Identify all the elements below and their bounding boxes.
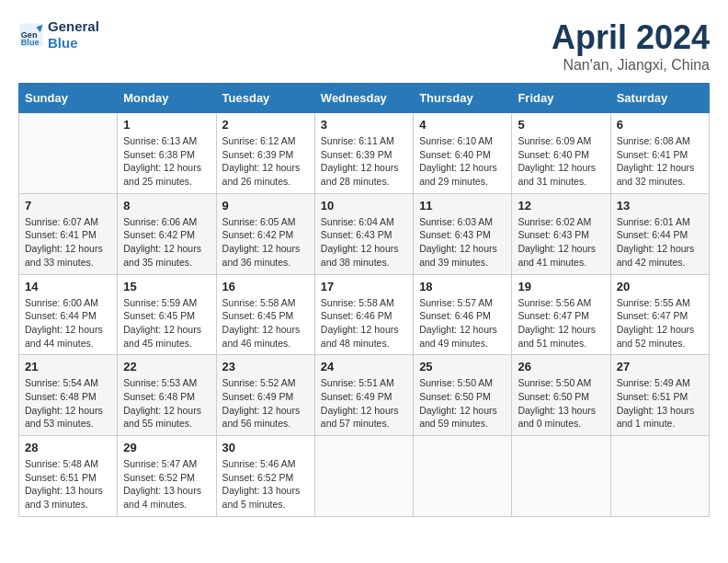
calendar-cell: 5Sunrise: 6:09 AM Sunset: 6:40 PM Daylig… <box>512 113 610 194</box>
day-number: 21 <box>25 360 111 373</box>
calendar-cell: 25Sunrise: 5:50 AM Sunset: 6:50 PM Dayli… <box>414 355 512 436</box>
day-number: 11 <box>419 199 506 213</box>
page-header: Gen Blue General Blue April 2024 Nan'an,… <box>18 18 710 74</box>
day-info: Sunrise: 5:57 AM Sunset: 6:46 PM Dayligh… <box>419 296 506 350</box>
calendar-cell <box>19 113 118 194</box>
day-number: 20 <box>617 280 703 293</box>
day-number: 28 <box>25 441 111 454</box>
calendar-cell: 30Sunrise: 5:46 AM Sunset: 6:52 PM Dayli… <box>216 436 314 517</box>
day-number: 6 <box>617 118 703 132</box>
day-number: 2 <box>222 118 309 132</box>
day-info: Sunrise: 6:10 AM Sunset: 6:40 PM Dayligh… <box>419 134 506 189</box>
calendar-cell: 3Sunrise: 6:11 AM Sunset: 6:39 PM Daylig… <box>314 113 413 194</box>
day-info: Sunrise: 6:04 AM Sunset: 6:43 PM Dayligh… <box>321 215 407 270</box>
day-info: Sunrise: 6:12 AM Sunset: 6:39 PM Dayligh… <box>222 134 309 189</box>
weekday-header-monday: Monday <box>118 84 216 113</box>
calendar-cell: 10Sunrise: 6:04 AM Sunset: 6:43 PM Dayli… <box>314 193 413 274</box>
calendar-cell: 16Sunrise: 5:58 AM Sunset: 6:45 PM Dayli… <box>216 274 314 355</box>
calendar-cell: 18Sunrise: 5:57 AM Sunset: 6:46 PM Dayli… <box>414 274 512 355</box>
day-info: Sunrise: 5:56 AM Sunset: 6:47 PM Dayligh… <box>518 296 604 350</box>
page-subtitle: Nan'an, Jiangxi, China <box>552 57 710 74</box>
day-info: Sunrise: 5:59 AM Sunset: 6:45 PM Dayligh… <box>123 296 210 350</box>
day-info: Sunrise: 5:50 AM Sunset: 6:50 PM Dayligh… <box>419 376 506 431</box>
day-info: Sunrise: 6:00 AM Sunset: 6:44 PM Dayligh… <box>25 296 111 350</box>
day-number: 23 <box>222 360 309 373</box>
page-title: April 2024 <box>552 18 710 57</box>
weekday-header-wednesday: Wednesday <box>314 84 413 113</box>
calendar-cell: 8Sunrise: 6:06 AM Sunset: 6:42 PM Daylig… <box>118 193 216 274</box>
calendar-week-row: 14Sunrise: 6:00 AM Sunset: 6:44 PM Dayli… <box>19 274 710 355</box>
day-info: Sunrise: 5:53 AM Sunset: 6:48 PM Dayligh… <box>123 376 210 431</box>
day-number: 5 <box>518 118 604 132</box>
logo-text: General Blue <box>48 18 99 52</box>
day-info: Sunrise: 5:48 AM Sunset: 6:51 PM Dayligh… <box>25 457 111 511</box>
day-number: 18 <box>419 280 506 293</box>
day-number: 9 <box>222 199 309 213</box>
calendar-week-row: 28Sunrise: 5:48 AM Sunset: 6:51 PM Dayli… <box>19 436 710 517</box>
weekday-header-row: SundayMondayTuesdayWednesdayThursdayFrid… <box>19 84 710 113</box>
calendar-cell: 13Sunrise: 6:01 AM Sunset: 6:44 PM Dayli… <box>610 193 709 274</box>
calendar-cell: 26Sunrise: 5:50 AM Sunset: 6:50 PM Dayli… <box>512 355 610 436</box>
day-number: 25 <box>419 360 506 373</box>
logo-icon: Gen Blue <box>18 22 44 48</box>
calendar-cell <box>512 436 610 517</box>
calendar-cell: 17Sunrise: 5:58 AM Sunset: 6:46 PM Dayli… <box>314 274 413 355</box>
calendar-cell: 12Sunrise: 6:02 AM Sunset: 6:43 PM Dayli… <box>512 193 610 274</box>
calendar-cell: 1Sunrise: 6:13 AM Sunset: 6:38 PM Daylig… <box>118 113 216 194</box>
day-number: 14 <box>25 280 111 293</box>
day-number: 4 <box>419 118 506 132</box>
calendar-cell <box>314 436 413 517</box>
day-number: 1 <box>123 118 210 132</box>
day-info: Sunrise: 5:52 AM Sunset: 6:49 PM Dayligh… <box>222 376 309 431</box>
day-number: 12 <box>518 199 604 213</box>
day-info: Sunrise: 6:05 AM Sunset: 6:42 PM Dayligh… <box>222 215 309 270</box>
day-number: 27 <box>617 360 703 373</box>
calendar-cell: 19Sunrise: 5:56 AM Sunset: 6:47 PM Dayli… <box>512 274 610 355</box>
weekday-header-thursday: Thursday <box>414 84 512 113</box>
calendar-week-row: 1Sunrise: 6:13 AM Sunset: 6:38 PM Daylig… <box>19 113 710 194</box>
day-info: Sunrise: 6:13 AM Sunset: 6:38 PM Dayligh… <box>123 134 210 189</box>
calendar-week-row: 21Sunrise: 5:54 AM Sunset: 6:48 PM Dayli… <box>19 355 710 436</box>
calendar-cell <box>610 436 709 517</box>
weekday-header-friday: Friday <box>512 84 610 113</box>
weekday-header-tuesday: Tuesday <box>216 84 314 113</box>
day-number: 7 <box>25 199 111 213</box>
calendar-cell: 21Sunrise: 5:54 AM Sunset: 6:48 PM Dayli… <box>19 355 118 436</box>
svg-text:Blue: Blue <box>21 38 40 47</box>
calendar-cell: 7Sunrise: 6:07 AM Sunset: 6:41 PM Daylig… <box>19 193 118 274</box>
weekday-header-sunday: Sunday <box>19 84 118 113</box>
day-number: 10 <box>321 199 407 213</box>
calendar-cell: 24Sunrise: 5:51 AM Sunset: 6:49 PM Dayli… <box>314 355 413 436</box>
day-info: Sunrise: 5:54 AM Sunset: 6:48 PM Dayligh… <box>25 376 111 431</box>
day-info: Sunrise: 5:58 AM Sunset: 6:46 PM Dayligh… <box>321 296 407 350</box>
day-info: Sunrise: 5:46 AM Sunset: 6:52 PM Dayligh… <box>222 457 309 511</box>
day-info: Sunrise: 5:50 AM Sunset: 6:50 PM Dayligh… <box>518 376 604 431</box>
calendar-cell: 23Sunrise: 5:52 AM Sunset: 6:49 PM Dayli… <box>216 355 314 436</box>
calendar-cell: 2Sunrise: 6:12 AM Sunset: 6:39 PM Daylig… <box>216 113 314 194</box>
day-info: Sunrise: 6:02 AM Sunset: 6:43 PM Dayligh… <box>518 215 604 270</box>
calendar-cell: 6Sunrise: 6:08 AM Sunset: 6:41 PM Daylig… <box>610 113 709 194</box>
weekday-header-saturday: Saturday <box>610 84 709 113</box>
day-number: 8 <box>123 199 210 213</box>
day-number: 26 <box>518 360 604 373</box>
calendar-cell: 20Sunrise: 5:55 AM Sunset: 6:47 PM Dayli… <box>610 274 709 355</box>
day-number: 16 <box>222 280 309 293</box>
day-number: 22 <box>123 360 210 373</box>
calendar-cell: 27Sunrise: 5:49 AM Sunset: 6:51 PM Dayli… <box>610 355 709 436</box>
day-number: 15 <box>123 280 210 293</box>
calendar-cell: 15Sunrise: 5:59 AM Sunset: 6:45 PM Dayli… <box>118 274 216 355</box>
day-info: Sunrise: 6:07 AM Sunset: 6:41 PM Dayligh… <box>25 215 111 270</box>
day-info: Sunrise: 5:49 AM Sunset: 6:51 PM Dayligh… <box>617 376 703 431</box>
day-info: Sunrise: 6:06 AM Sunset: 6:42 PM Dayligh… <box>123 215 210 270</box>
calendar-cell: 28Sunrise: 5:48 AM Sunset: 6:51 PM Dayli… <box>19 436 118 517</box>
day-info: Sunrise: 5:47 AM Sunset: 6:52 PM Dayligh… <box>123 457 210 511</box>
day-info: Sunrise: 6:01 AM Sunset: 6:44 PM Dayligh… <box>617 215 703 270</box>
calendar-cell: 22Sunrise: 5:53 AM Sunset: 6:48 PM Dayli… <box>118 355 216 436</box>
day-number: 29 <box>123 441 210 454</box>
day-info: Sunrise: 6:11 AM Sunset: 6:39 PM Dayligh… <box>321 134 407 189</box>
day-number: 19 <box>518 280 604 293</box>
day-info: Sunrise: 6:03 AM Sunset: 6:43 PM Dayligh… <box>419 215 506 270</box>
day-info: Sunrise: 6:09 AM Sunset: 6:40 PM Dayligh… <box>518 134 604 189</box>
calendar-cell: 4Sunrise: 6:10 AM Sunset: 6:40 PM Daylig… <box>414 113 512 194</box>
calendar-cell: 9Sunrise: 6:05 AM Sunset: 6:42 PM Daylig… <box>216 193 314 274</box>
